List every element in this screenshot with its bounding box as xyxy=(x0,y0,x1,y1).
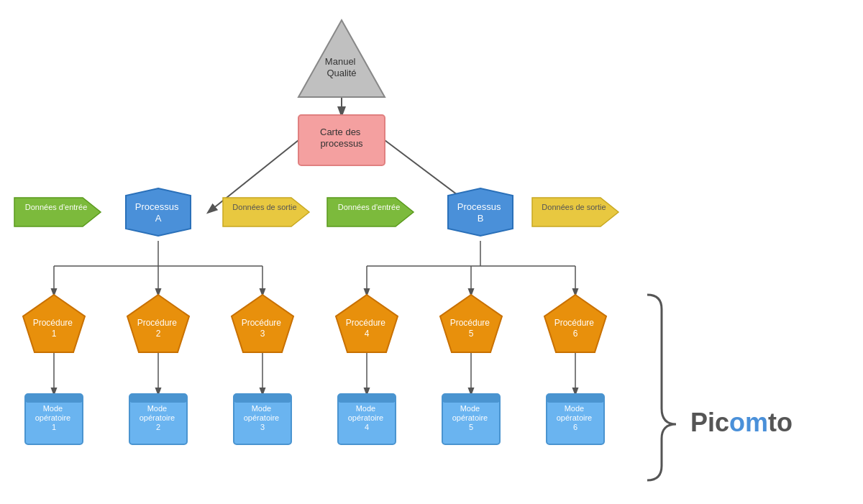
mode-operatoire-1-node: Mode opératoire 1 xyxy=(25,394,83,444)
svg-rect-54 xyxy=(234,394,291,403)
carte-processus-node: Carte des processus xyxy=(298,115,385,165)
svg-text:Données de sortie: Données de sortie xyxy=(542,203,606,211)
brace-bracket xyxy=(647,295,676,480)
procedure-6-node: Procédure 6 xyxy=(544,295,606,352)
diagram: Manuel Qualité Carte des processus Donné… xyxy=(0,0,863,504)
svg-rect-60 xyxy=(442,394,500,403)
donnees-sortie-b-node: Données de sortie xyxy=(532,198,618,226)
brand-to: to xyxy=(768,408,793,437)
procedure-4-node: Procédure 4 xyxy=(336,295,398,352)
procedure-5-node: Procédure 5 xyxy=(440,295,502,352)
picomto-brand: Picomto xyxy=(690,408,793,437)
svg-marker-33 xyxy=(532,198,618,226)
svg-text:Données d'entrée: Données d'entrée xyxy=(338,203,401,211)
svg-marker-23 xyxy=(14,198,101,226)
svg-text:Données de sortie: Données de sortie xyxy=(232,203,296,211)
procedure-1-node: Procédure 1 xyxy=(23,295,85,352)
svg-rect-51 xyxy=(129,394,187,403)
svg-text:Données d'entrée: Données d'entrée xyxy=(25,203,88,211)
svg-marker-29 xyxy=(327,198,414,226)
mode-operatoire-3-node: Mode opératoire 3 xyxy=(234,394,291,444)
donnees-sortie-a-node: Données de sortie xyxy=(223,198,309,226)
svg-rect-57 xyxy=(338,394,396,403)
svg-rect-48 xyxy=(25,394,83,403)
svg-text:Manuel
      Qualité: Manuel Qualité xyxy=(325,56,358,78)
svg-text:Carte des
      processus: Carte des processus xyxy=(320,127,363,149)
brand-om: om xyxy=(729,408,768,437)
procedure-3-node: Procédure 3 xyxy=(232,295,293,352)
mode-operatoire-6-node: Mode opératoire 6 xyxy=(547,394,604,444)
donnees-entree-a-node: Données d'entrée xyxy=(14,198,101,226)
mode-operatoire-4-node: Mode opératoire 4 xyxy=(338,394,396,444)
brand-pic: Pic xyxy=(690,408,729,437)
mode-operatoire-2-node: Mode opératoire 2 xyxy=(129,394,187,444)
procedure-2-node: Procédure 2 xyxy=(127,295,189,352)
svg-rect-63 xyxy=(547,394,604,403)
svg-marker-31 xyxy=(448,188,513,236)
processus-a-node: Processus A xyxy=(126,188,191,236)
mode-operatoire-5-node: Mode opératoire 5 xyxy=(442,394,500,444)
svg-marker-25 xyxy=(126,188,191,236)
svg-marker-27 xyxy=(223,198,309,226)
svg-text:Picomto: Picomto xyxy=(690,408,793,437)
manuel-qualite-node: Manuel Qualité xyxy=(298,20,385,97)
processus-b-node: Processus B xyxy=(448,188,513,236)
donnees-entree-b-node: Données d'entrée xyxy=(327,198,414,226)
